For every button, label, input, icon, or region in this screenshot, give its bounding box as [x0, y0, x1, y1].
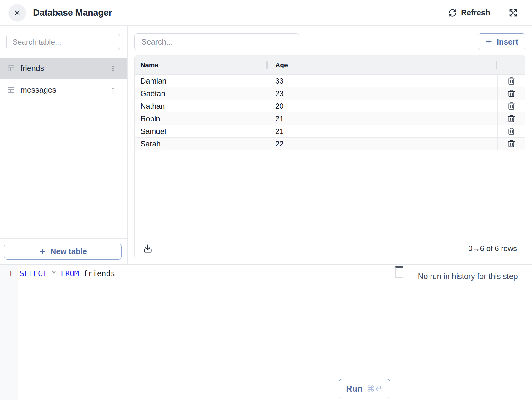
cell-age[interactable]: 21	[267, 125, 497, 137]
close-icon	[13, 9, 21, 17]
sidebar-table-item-friends[interactable]: friends	[0, 58, 127, 79]
sidebar-footer: New table	[0, 238, 127, 264]
trash-icon	[507, 127, 516, 135]
delete-row-button[interactable]	[505, 125, 518, 137]
fullscreen-button[interactable]	[508, 8, 518, 18]
cell-actions	[497, 87, 525, 100]
delete-row-button[interactable]	[505, 87, 518, 100]
close-button[interactable]	[8, 4, 26, 22]
cell-actions	[497, 125, 525, 137]
code-token: friends	[83, 269, 115, 278]
code-token: FROM	[61, 269, 79, 278]
sql-editor[interactable]: 1 SELECT * FROM friends Run ⌘↵	[0, 265, 403, 400]
delete-row-button[interactable]	[505, 138, 518, 150]
refresh-label: Refresh	[461, 8, 490, 17]
cell-name[interactable]: Robin	[135, 112, 267, 125]
delete-row-button[interactable]	[505, 112, 518, 125]
cell-name[interactable]: Sarah	[135, 138, 267, 150]
cell-age[interactable]: 23	[267, 87, 497, 100]
code-token: SELECT	[20, 269, 47, 278]
scrollbar-thumb[interactable]	[395, 266, 403, 278]
new-table-label: New table	[50, 247, 87, 256]
column-resize-handle[interactable]	[496, 61, 497, 69]
run-button[interactable]: Run ⌘↵	[339, 379, 390, 398]
trash-icon	[507, 77, 516, 85]
cell-age[interactable]: 33	[267, 75, 497, 87]
table-row[interactable]: Nathan 20	[135, 100, 525, 112]
table-search-input[interactable]	[6, 34, 120, 50]
row-count: 0→6 of 6 rows	[468, 244, 517, 253]
insert-label: Insert	[497, 37, 518, 47]
trash-icon	[507, 140, 516, 148]
delete-row-button[interactable]	[505, 75, 518, 87]
column-header-age[interactable]: Age	[267, 61, 497, 69]
plus-icon	[39, 248, 46, 255]
editor-scrollbar[interactable]	[395, 265, 403, 400]
cell-age[interactable]: 20	[267, 100, 497, 112]
run-history-panel: No run in history for this step	[403, 265, 532, 400]
table-options-button[interactable]	[108, 85, 118, 95]
cell-actions	[497, 138, 525, 150]
main-section: friends messages	[0, 26, 532, 264]
refresh-icon	[448, 8, 457, 17]
table-row[interactable]: Samuel 21	[135, 125, 525, 138]
table-row[interactable]: Gaëtan 23	[135, 87, 525, 100]
table-row[interactable]: Sarah 22	[135, 138, 525, 150]
code-token	[47, 269, 52, 278]
cell-name[interactable]: Nathan	[135, 100, 267, 112]
table-footer: 0→6 of 6 rows	[135, 238, 525, 259]
page-title: Database Manager	[33, 8, 112, 18]
sidebar: friends messages	[0, 26, 128, 264]
column-resize-handle[interactable]	[266, 61, 268, 69]
table-options-button[interactable]	[108, 64, 118, 73]
run-label: Run	[346, 384, 362, 394]
table-name: messages	[20, 85, 56, 95]
delete-row-button[interactable]	[505, 100, 518, 112]
trash-icon	[507, 89, 516, 98]
cell-name[interactable]: Gaëtan	[135, 87, 267, 100]
code-token	[79, 269, 83, 278]
history-empty-message: No run in history for this step	[403, 272, 532, 281]
table-icon	[7, 64, 15, 72]
cell-age[interactable]: 22	[267, 138, 497, 150]
trash-icon	[507, 114, 516, 123]
code-token	[56, 269, 61, 278]
insert-button[interactable]: Insert	[478, 33, 525, 50]
new-table-button[interactable]: New table	[4, 244, 122, 260]
cell-name[interactable]: Damian	[135, 75, 267, 87]
plus-icon	[485, 38, 493, 46]
table-row[interactable]: Robin 21	[135, 112, 525, 125]
kebab-icon	[110, 87, 117, 94]
cell-actions	[497, 100, 525, 112]
editor-gutter: 1	[0, 265, 18, 400]
table-header-row: Name Age	[135, 55, 525, 75]
table-row[interactable]: Damian 33	[135, 75, 525, 87]
table-icon	[7, 86, 15, 94]
code-line[interactable]: SELECT * FROM friends	[18, 269, 403, 279]
topbar-actions: Refresh	[446, 8, 518, 18]
data-table: Name Age Damian 33	[134, 55, 525, 259]
database-manager-app: Database Manager Refresh	[0, 0, 532, 400]
code-token: *	[52, 269, 56, 278]
bottom-section: 1 SELECT * FROM friends Run ⌘↵ No run in…	[0, 264, 532, 400]
line-number: 1	[0, 269, 13, 279]
run-shortcut: ⌘↵	[367, 384, 383, 394]
sidebar-table-item-messages[interactable]: messages	[0, 79, 127, 101]
table-list: friends messages	[0, 58, 127, 101]
cell-actions	[497, 112, 525, 125]
table-toolbar: Insert	[134, 33, 525, 50]
table-panel: Insert Name Age Damian 33	[128, 26, 532, 264]
download-icon	[143, 244, 152, 253]
topbar: Database Manager Refresh	[0, 0, 532, 26]
search-input[interactable]	[134, 33, 299, 50]
cell-age[interactable]: 21	[267, 112, 497, 125]
cell-actions	[497, 75, 525, 87]
refresh-button[interactable]: Refresh	[446, 8, 492, 18]
table-body: Damian 33 Gaëtan 23	[135, 75, 525, 150]
table-name: friends	[20, 64, 44, 73]
download-button[interactable]	[142, 243, 153, 254]
column-header-name[interactable]: Name	[135, 61, 267, 69]
expand-icon	[508, 8, 518, 18]
cell-name[interactable]: Samuel	[135, 125, 267, 137]
trash-icon	[507, 102, 516, 110]
